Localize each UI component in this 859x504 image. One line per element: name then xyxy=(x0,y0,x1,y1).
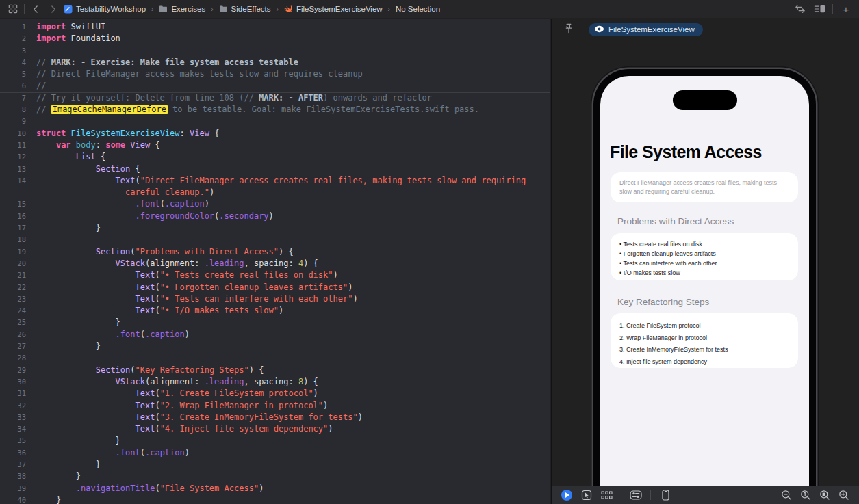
device-icon[interactable] xyxy=(658,488,672,502)
code-text[interactable]: .font(.caption) xyxy=(33,329,550,341)
line-number[interactable]: 37 xyxy=(0,459,33,470)
code-text[interactable]: Text("Direct FileManager access creates … xyxy=(33,175,550,187)
code-editor[interactable]: 1import SwiftUI2import Foundation34// MA… xyxy=(0,19,550,504)
code-line[interactable]: 36 .font(.caption) xyxy=(0,447,550,459)
code-line[interactable]: 38 } xyxy=(0,470,550,482)
code-line[interactable]: 23 Text("• Tests can interfere with each… xyxy=(0,293,550,305)
code-text[interactable]: } xyxy=(33,222,550,234)
code-text[interactable]: Section { xyxy=(33,163,550,175)
line-number[interactable]: 3 xyxy=(0,45,33,57)
code-line[interactable]: 29 Section("Key Refactoring Steps") { xyxy=(0,364,550,376)
code-text[interactable]: Section("Problems with Direct Access") { xyxy=(33,246,550,258)
zoom-actual-icon[interactable] xyxy=(799,488,812,502)
line-number[interactable]: 38 xyxy=(0,470,33,482)
code-line[interactable]: 13 Section { xyxy=(0,163,550,175)
line-number[interactable]: 22 xyxy=(0,282,33,293)
code-text[interactable] xyxy=(33,45,550,57)
line-number[interactable]: 35 xyxy=(0,435,33,447)
code-line[interactable]: 34 Text("4. Inject file system dependenc… xyxy=(0,423,550,435)
code-text[interactable]: import SwiftUI xyxy=(33,21,550,33)
code-line[interactable]: 11 var body: some View { xyxy=(0,140,550,151)
code-text[interactable]: } xyxy=(33,435,550,447)
line-number[interactable]: 29 xyxy=(0,364,33,376)
editor-options-icon[interactable] xyxy=(813,3,825,15)
breadcrumb-item-testabilityworkshop[interactable]: TestabilityWorkshop xyxy=(64,5,146,14)
line-number[interactable]: 34 xyxy=(0,423,33,435)
line-number[interactable]: 30 xyxy=(0,376,33,388)
forward-chevron-icon[interactable] xyxy=(47,3,59,15)
line-number[interactable]: 33 xyxy=(0,412,33,423)
code-line[interactable]: 27 } xyxy=(0,341,550,352)
code-text[interactable]: } xyxy=(33,341,550,352)
code-text[interactable]: .font(.caption) xyxy=(33,198,550,210)
code-line[interactable]: 4// MARK: - Exercise: Make file system a… xyxy=(0,57,550,68)
code-text[interactable]: .navigationTitle("File System Access") xyxy=(33,483,550,494)
line-number[interactable]: 23 xyxy=(0,293,33,305)
code-text[interactable]: Text("• I/O makes tests slow") xyxy=(33,305,550,317)
line-number[interactable]: 17 xyxy=(0,222,33,234)
line-number[interactable]: 32 xyxy=(0,400,33,412)
code-line[interactable]: 8// ImageCacheManagerBefore to be testab… xyxy=(0,104,550,116)
code-line[interactable]: 10struct FileSystemExerciseView: View { xyxy=(0,128,550,140)
line-number[interactable]: 31 xyxy=(0,388,33,399)
code-text[interactable]: Text("• Forgotten cleanup leaves artifac… xyxy=(33,282,550,293)
line-number[interactable]: 24 xyxy=(0,305,33,317)
code-text[interactable]: List { xyxy=(33,151,550,163)
code-line[interactable]: 37 } xyxy=(0,459,550,470)
code-line[interactable]: 24 Text("• I/O makes tests slow") xyxy=(0,305,550,317)
line-number[interactable]: 21 xyxy=(0,269,33,281)
line-number[interactable]: 13 xyxy=(0,163,33,175)
line-number[interactable]: 8 xyxy=(0,104,33,116)
line-number[interactable]: 10 xyxy=(0,128,33,140)
code-text[interactable] xyxy=(33,352,550,364)
code-text[interactable]: VStack(alignment: .leading, spacing: 4) … xyxy=(33,258,550,269)
code-line[interactable]: 30 VStack(alignment: .leading, spacing: … xyxy=(0,376,550,388)
code-line[interactable]: 33 Text("3. Create InMemoryFileSystem fo… xyxy=(0,412,550,423)
breadcrumb-item-sideeffects[interactable]: SideEffects xyxy=(219,5,271,14)
line-number[interactable]: 1 xyxy=(0,21,33,33)
code-text[interactable]: // Try it yourself: Delete from line 108… xyxy=(33,92,550,104)
code-line[interactable]: 6// xyxy=(0,80,550,92)
code-text[interactable]: } xyxy=(33,470,550,482)
line-number[interactable]: 25 xyxy=(0,317,33,328)
line-number[interactable]: 26 xyxy=(0,329,33,341)
code-line[interactable]: 2import Foundation xyxy=(0,33,550,44)
zoom-out-icon[interactable] xyxy=(780,488,793,502)
line-number[interactable]: 5 xyxy=(0,68,33,80)
code-line[interactable]: 16 .foregroundColor(.secondary) xyxy=(0,211,550,222)
code-line[interactable]: 17 } xyxy=(0,222,550,234)
code-text[interactable]: } xyxy=(33,317,550,328)
code-line[interactable]: 20 VStack(alignment: .leading, spacing: … xyxy=(0,258,550,269)
code-text[interactable]: Text("4. Inject file system dependency") xyxy=(33,423,550,435)
code-line[interactable]: 22 Text("• Forgotten cleanup leaves arti… xyxy=(0,282,550,293)
code-line[interactable]: 9 xyxy=(0,116,550,127)
preview-tab[interactable]: FileSystemExerciseView xyxy=(589,23,703,36)
line-number[interactable]: 20 xyxy=(0,258,33,269)
code-line[interactable]: 5// Direct FileManager access makes test… xyxy=(0,68,550,80)
line-number[interactable]: 11 xyxy=(0,140,33,151)
add-editor-icon[interactable]: + xyxy=(840,3,852,15)
code-line[interactable]: 15 .font(.caption) xyxy=(0,198,550,210)
code-line[interactable]: 32 Text("2. Wrap FileManager in protocol… xyxy=(0,400,550,412)
code-text[interactable]: Section("Key Refactoring Steps") { xyxy=(33,364,550,376)
code-text[interactable]: // xyxy=(33,80,550,92)
back-chevron-icon[interactable] xyxy=(29,3,42,15)
live-preview-icon[interactable] xyxy=(560,488,574,502)
variants-icon[interactable] xyxy=(600,488,613,502)
code-text[interactable] xyxy=(33,116,550,127)
line-number[interactable]: 4 xyxy=(0,57,33,68)
zoom-fit-icon[interactable] xyxy=(818,488,832,502)
code-line[interactable]: 21 Text("• Tests create real files on di… xyxy=(0,269,550,281)
line-number[interactable]: 9 xyxy=(0,116,33,127)
code-text[interactable]: Text("• Tests can interfere with each ot… xyxy=(33,293,550,305)
code-line[interactable]: 35 } xyxy=(0,435,550,447)
line-number[interactable]: 39 xyxy=(0,483,33,494)
line-number[interactable]: 12 xyxy=(0,151,33,163)
code-line[interactable]: 31 Text("1. Create FileSystem protocol") xyxy=(0,388,550,399)
code-text[interactable]: var body: some View { xyxy=(33,140,550,151)
line-number[interactable]: 19 xyxy=(0,246,33,258)
breadcrumb-item-no-selection[interactable]: No Selection xyxy=(396,5,440,13)
code-line[interactable]: 1import SwiftUI xyxy=(0,21,550,33)
code-line[interactable]: 12 List { xyxy=(0,151,550,163)
code-text[interactable]: Text("3. Create InMemoryFileSystem for t… xyxy=(33,412,550,423)
